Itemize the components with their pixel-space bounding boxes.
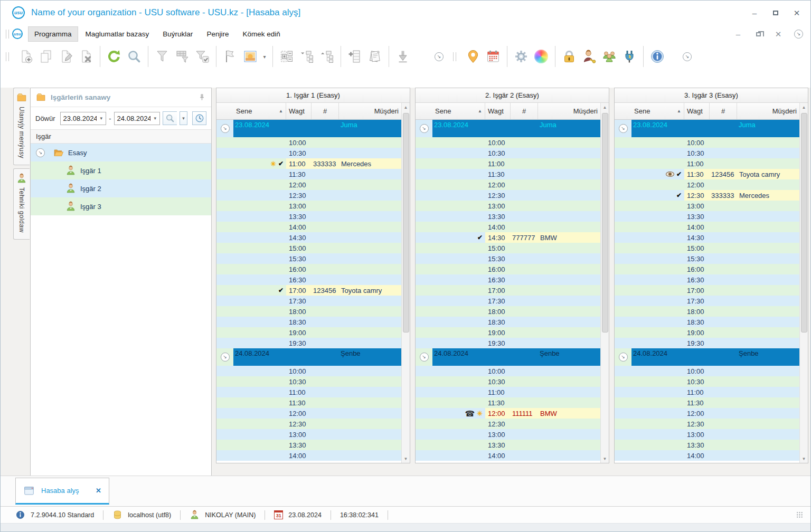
time-slot-row[interactable]: 13:30 <box>416 440 600 450</box>
scroll-thumb[interactable] <box>801 113 807 332</box>
time-slot-row[interactable]: 10:30 <box>216 376 401 387</box>
column-musderi[interactable]: Müşderi <box>339 103 401 119</box>
empty-slot-cells[interactable]: 16:30 <box>684 274 799 285</box>
empty-slot-cells[interactable]: 10:00 <box>485 137 600 148</box>
time-slot-row[interactable]: 16:00 <box>416 264 600 274</box>
time-slot-row[interactable]: 18:30 <box>416 317 600 327</box>
check-icon[interactable]: ✔ <box>477 234 483 241</box>
time-slot-row[interactable]: 10:00 <box>615 137 799 148</box>
empty-slot-cells[interactable]: 12:30 <box>286 419 401 429</box>
menu-item-kömek-ediň[interactable]: Kömek ediň <box>236 26 286 42</box>
tree-row-employee[interactable]: Işgär 1 <box>31 162 211 179</box>
chevron-down-icon[interactable]: ▾ <box>150 116 159 121</box>
filter-button[interactable] <box>152 46 172 66</box>
empty-slot-cells[interactable]: 11:30 <box>485 169 600 179</box>
time-slot-row[interactable]: 15:30 <box>416 253 600 264</box>
empty-slot-cells[interactable]: 14:00 <box>485 222 600 232</box>
search-dropdown-button[interactable]: ▾ <box>180 111 187 125</box>
time-slot-row[interactable]: 13:30 <box>416 211 600 222</box>
time-slot-row[interactable]: 11:30 <box>416 169 600 179</box>
empty-slot-cells[interactable]: 12:00 <box>684 179 799 190</box>
column-wagt[interactable]: Wagt <box>684 103 710 119</box>
time-slot-row[interactable]: 19:30 <box>416 338 600 348</box>
empty-slot-cells[interactable]: 12:00 <box>684 408 799 419</box>
time-slot-row[interactable]: 13:00 <box>416 429 600 440</box>
plug-button[interactable] <box>619 46 639 66</box>
scroll-up-icon[interactable]: ▲ <box>402 103 410 111</box>
empty-slot-cells[interactable]: 11:00 <box>684 158 799 169</box>
time-slot-row[interactable]: 16:30 <box>615 274 799 285</box>
time-slot-row[interactable]: 13:30 <box>216 211 401 222</box>
scroll-down-icon[interactable]: ▼ <box>800 454 808 463</box>
empty-slot-cells[interactable]: 18:00 <box>684 306 799 317</box>
empty-slot-cells[interactable]: 19:30 <box>485 338 600 348</box>
calendar-button[interactable] <box>483 46 503 66</box>
tree-row-employee[interactable]: Işgär 3 <box>31 197 211 215</box>
user-key-button[interactable] <box>579 46 599 66</box>
time-slot-row[interactable]: 14:30 <box>216 232 401 243</box>
time-slot-row[interactable]: 18:30 <box>615 317 799 327</box>
date-group-row[interactable]: ↘23.08.2024Juma <box>615 120 799 137</box>
appointment-cells[interactable]: 12:30333333Mercedes <box>684 190 799 201</box>
time-slot-row[interactable]: 18:00 <box>216 306 401 317</box>
check-icon[interactable]: ✔ <box>278 287 284 293</box>
circle-arrow-icon[interactable]: ↘ <box>420 353 429 362</box>
time-slot-row[interactable]: 12:00 <box>615 179 799 190</box>
empty-slot-cells[interactable]: 18:00 <box>485 306 600 317</box>
empty-slot-cells[interactable]: 11:00 <box>684 387 799 397</box>
check-icon[interactable]: ✔ <box>278 160 284 167</box>
tree-collapse-button[interactable] <box>317 46 337 66</box>
empty-slot-cells[interactable]: 10:00 <box>485 366 600 376</box>
circle-arrow-icon[interactable]: ↘ <box>420 124 429 133</box>
menu-item-programma[interactable]: Programma <box>28 26 78 42</box>
time-slot-row[interactable]: 15:30 <box>216 253 401 264</box>
empty-slot-cells[interactable]: 13:00 <box>684 201 799 211</box>
scroll-track[interactable] <box>800 111 808 454</box>
empty-slot-cells[interactable]: 10:30 <box>684 376 799 387</box>
time-slot-row[interactable]: 12:00 <box>615 408 799 419</box>
time-slot-row[interactable]: 11:30 <box>615 397 799 408</box>
column-musderi[interactable]: Müşderi <box>737 103 799 119</box>
delete-record-button[interactable] <box>76 46 96 66</box>
circle-arrow-icon[interactable]: ↘ <box>221 124 230 133</box>
empty-slot-cells[interactable]: 16:00 <box>485 264 600 274</box>
time-slot-row[interactable]: 16:30 <box>216 274 401 285</box>
time-slot-row[interactable]: 14:00 <box>416 450 600 461</box>
circle-arrow-icon[interactable]: ↘ <box>221 353 230 362</box>
time-slot-row[interactable]: 16:00 <box>216 264 401 274</box>
empty-slot-cells[interactable]: 17:00 <box>684 285 799 296</box>
empty-slot-cells[interactable]: 19:00 <box>684 327 799 338</box>
time-slot-row[interactable]: 13:00 <box>216 429 401 440</box>
close-icon[interactable]: ✕ <box>793 8 801 17</box>
dropdown-button[interactable]: ▾ <box>260 46 269 66</box>
scroll-track[interactable] <box>402 111 410 454</box>
time-slot-row[interactable]: 14:00 <box>615 450 799 461</box>
time-slot-row[interactable]: 17:00 <box>416 285 600 296</box>
date-group-row[interactable]: ↘24.08.2024Şenbe <box>216 348 401 366</box>
menu-item-maglumatlar-bazasy[interactable]: Maglumatlar bazasy <box>79 26 156 42</box>
drag-handle[interactable] <box>453 52 456 61</box>
column-musderi[interactable]: Müşderi <box>538 103 600 119</box>
time-slot-row[interactable]: 11:30 <box>216 397 401 408</box>
time-slot-row[interactable]: 14:00 <box>216 222 401 232</box>
date-to-combo[interactable]: 24.08.2024 ▾ <box>114 112 161 125</box>
empty-slot-cells[interactable]: 10:00 <box>684 137 799 148</box>
time-slot-row[interactable]: 16:00 <box>615 264 799 274</box>
appointment-row[interactable]: ✳✔11:00333333Mercedes <box>216 158 401 169</box>
empty-slot-cells[interactable]: 10:00 <box>286 137 401 148</box>
empty-slot-cells[interactable]: 12:30 <box>485 190 600 201</box>
scroll-down-icon[interactable]: ▼ <box>402 454 410 463</box>
empty-slot-cells[interactable]: 16:00 <box>286 264 401 274</box>
time-slot-row[interactable]: 17:30 <box>416 296 600 306</box>
column-wagt[interactable]: Wagt <box>286 103 312 119</box>
busy-icon[interactable]: ✳ <box>477 410 483 417</box>
time-slot-row[interactable]: 14:00 <box>416 222 600 232</box>
column-num[interactable]: # <box>511 103 538 119</box>
time-slot-row[interactable]: 17:00 <box>615 285 799 296</box>
empty-slot-cells[interactable]: 11:30 <box>286 397 401 408</box>
scroll-down-icon[interactable]: ▼ <box>601 454 609 463</box>
vertical-scrollbar[interactable]: ▲▼ <box>401 103 410 463</box>
time-slot-row[interactable]: 17:30 <box>615 296 799 306</box>
time-slot-row[interactable]: 10:00 <box>416 137 600 148</box>
pin-icon[interactable] <box>198 93 206 101</box>
